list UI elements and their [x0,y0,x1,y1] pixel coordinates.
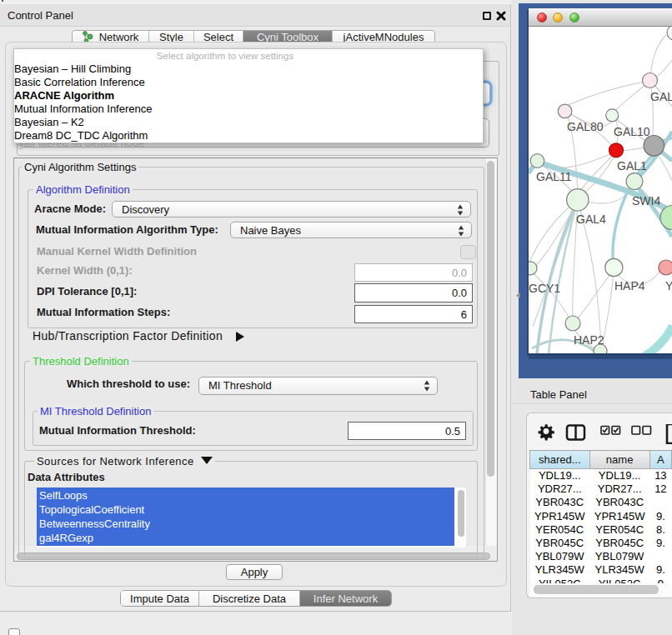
svg-text:GCY1: GCY1 [529,282,560,295]
svg-text:GAL4: GAL4 [576,212,606,226]
svg-text:GAL1: GAL1 [617,159,647,172]
svg-text:GAL2: GAL2 [650,90,672,103]
svg-text:GAL11: GAL11 [536,170,572,183]
svg-text:SWI4: SWI4 [632,194,660,208]
svg-text:HAP2: HAP2 [574,333,604,347]
svg-text:GAL10: GAL10 [614,125,650,138]
svg-text:YJ: YJ [665,279,672,292]
svg-text:HAP4: HAP4 [614,279,645,292]
svg-text:GAL80: GAL80 [567,120,604,133]
